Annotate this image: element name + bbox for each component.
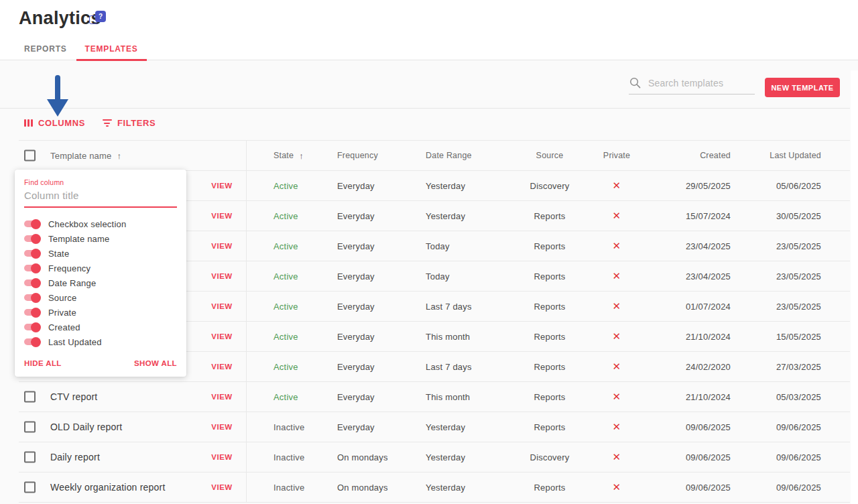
state-badge: Active xyxy=(273,241,298,251)
last-updated-cell: 09/06/2025 xyxy=(737,412,850,442)
view-link[interactable]: VIEW xyxy=(203,242,241,250)
created-cell: 09/06/2025 xyxy=(644,412,737,442)
annotation-arrow-down-icon xyxy=(47,75,68,117)
toggle-switch-on[interactable] xyxy=(24,324,40,330)
col-header-source[interactable]: Source xyxy=(509,141,590,170)
column-toggle-label: Private xyxy=(48,308,76,318)
col-header-template-name[interactable]: Template name ↑ xyxy=(19,141,247,170)
not-private-icon: ✕ xyxy=(613,481,621,493)
column-toggle[interactable]: Private xyxy=(24,305,177,320)
col-header-date-range[interactable]: Date Range xyxy=(409,141,509,170)
toggle-switch-on[interactable] xyxy=(24,279,40,286)
find-column-label: Find column xyxy=(24,178,177,186)
state-badge: Active xyxy=(273,362,298,372)
toolbar-divider xyxy=(0,108,850,109)
new-template-button[interactable]: NEW TEMPLATE xyxy=(765,78,840,97)
toggle-switch-on[interactable] xyxy=(24,250,40,257)
column-toggle[interactable]: State xyxy=(24,246,177,261)
col-header-created[interactable]: Created xyxy=(644,141,737,170)
row-checkbox[interactable] xyxy=(24,391,36,403)
columns-popup: Find column Checkbox selection Template … xyxy=(15,170,186,377)
column-toggle[interactable]: Template name xyxy=(24,231,177,246)
frequency-cell: On mondays xyxy=(315,472,409,502)
frequency-cell: Everyday xyxy=(315,171,409,200)
col-header-state[interactable]: State ↑ xyxy=(247,141,315,170)
column-toggle[interactable]: Created xyxy=(24,320,177,334)
tab-bar: REPORTS TEMPLATES xyxy=(24,38,147,60)
view-link[interactable]: VIEW xyxy=(203,393,241,401)
date-range-cell: Yesterday xyxy=(409,171,509,200)
view-link[interactable]: VIEW xyxy=(203,483,241,491)
table-row: OLD Daily report VIEW Inactive Everyday … xyxy=(19,412,850,442)
toggle-switch-on[interactable] xyxy=(24,265,40,271)
view-link[interactable]: VIEW xyxy=(203,212,241,220)
column-toggle[interactable]: Checkbox selection xyxy=(24,216,177,231)
table-controls: COLUMNS FILTERS xyxy=(24,118,156,128)
not-private-icon: ✕ xyxy=(613,210,621,222)
column-toggle-label: Date Range xyxy=(48,278,96,288)
hide-all-button[interactable]: HIDE ALL xyxy=(24,359,62,367)
date-range-cell: Yesterday xyxy=(409,201,509,231)
show-all-button[interactable]: SHOW ALL xyxy=(134,359,177,367)
source-cell: Reports xyxy=(509,231,590,261)
date-range-cell: Today xyxy=(409,261,509,291)
column-toggle[interactable]: Frequency xyxy=(24,261,177,275)
frequency-cell: Everyday xyxy=(315,261,409,291)
last-updated-cell: 23/05/2025 xyxy=(737,231,850,261)
view-link[interactable]: VIEW xyxy=(203,272,241,280)
column-title-input[interactable] xyxy=(24,186,177,208)
search-templates xyxy=(629,76,755,94)
column-toggle[interactable]: Source xyxy=(24,290,177,305)
toggle-switch-on[interactable] xyxy=(24,338,40,345)
row-checkbox[interactable] xyxy=(24,452,36,463)
view-link[interactable]: VIEW xyxy=(203,302,241,310)
help-icon[interactable]: ? xyxy=(89,11,107,27)
created-cell: 23/04/2025 xyxy=(644,261,737,291)
not-private-icon: ✕ xyxy=(613,361,621,373)
source-cell: Reports xyxy=(509,292,590,321)
state-badge: Active xyxy=(273,332,298,342)
view-link[interactable]: VIEW xyxy=(203,423,241,431)
view-link[interactable]: VIEW xyxy=(203,363,241,371)
row-checkbox[interactable] xyxy=(24,482,36,493)
col-header-template-name-label: Template name xyxy=(50,151,111,161)
question-mark-icon: ? xyxy=(95,11,106,22)
columns-button[interactable]: COLUMNS xyxy=(24,118,85,128)
frequency-cell: Everyday xyxy=(315,201,409,231)
table-row: CTV report VIEW Active Everyday This mon… xyxy=(19,382,850,412)
row-checkbox[interactable] xyxy=(24,422,36,433)
filters-button[interactable]: FILTERS xyxy=(103,118,156,128)
template-name: CTV report xyxy=(50,391,97,402)
toggle-switch-on[interactable] xyxy=(24,220,40,227)
column-toggle[interactable]: Last Updated xyxy=(24,334,177,349)
view-link[interactable]: VIEW xyxy=(203,332,241,340)
col-header-private[interactable]: Private xyxy=(590,141,644,170)
view-link[interactable]: VIEW xyxy=(203,453,241,461)
toggle-switch-on[interactable] xyxy=(24,235,40,242)
select-all-checkbox[interactable] xyxy=(24,150,36,162)
source-cell: Discovery xyxy=(509,171,590,200)
col-header-frequency[interactable]: Frequency xyxy=(315,141,409,170)
toggle-switch-on[interactable] xyxy=(24,309,40,316)
column-toggle-label: Template name xyxy=(48,234,109,244)
created-cell: 15/07/2024 xyxy=(644,201,737,231)
state-badge: Active xyxy=(273,271,298,281)
table-row: Daily report VIEW Inactive On mondays Ye… xyxy=(19,442,850,472)
toggle-switch-on[interactable] xyxy=(24,294,40,301)
source-cell: Reports xyxy=(509,352,590,381)
columns-icon xyxy=(24,119,33,127)
column-toggle-list: Checkbox selection Template name State F… xyxy=(24,216,177,349)
state-badge: Active xyxy=(273,392,298,402)
view-link[interactable]: VIEW xyxy=(203,182,241,190)
state-badge: Active xyxy=(273,302,298,312)
col-header-last-updated[interactable]: Last Updated xyxy=(737,141,850,170)
frequency-cell: On mondays xyxy=(315,442,409,472)
analytics-page: Analytics ? REPORTS TEMPLATES NEW TEMPLA… xyxy=(0,0,858,504)
tab-reports[interactable]: REPORTS xyxy=(24,38,67,60)
popup-footer: HIDE ALL SHOW ALL xyxy=(24,359,177,367)
column-toggle[interactable]: Date Range xyxy=(24,275,177,290)
frequency-cell: Everyday xyxy=(315,292,409,321)
tab-templates[interactable]: TEMPLATES xyxy=(76,38,147,60)
search-input[interactable] xyxy=(648,78,749,88)
created-cell: 23/04/2025 xyxy=(644,231,737,261)
